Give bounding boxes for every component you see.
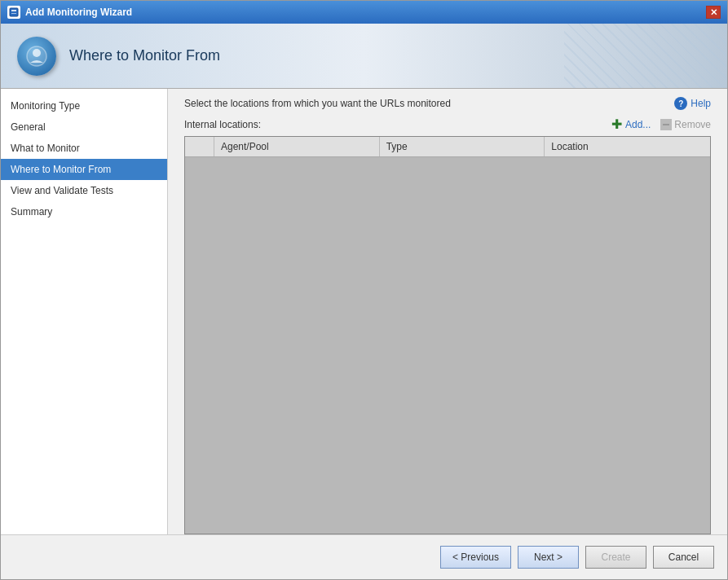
sidebar: Monitoring Type General What to Monitor … <box>1 89 168 534</box>
create-button[interactable]: Create <box>585 546 646 569</box>
window-title: Add Monitoring Wizard <box>25 7 132 18</box>
data-table: Agent/Pool Type Location <box>184 136 711 534</box>
sidebar-item-where-to-monitor[interactable]: Where to Monitor From <box>1 159 167 180</box>
sidebar-item-view-validate[interactable]: View and Validate Tests <box>1 180 167 201</box>
bottom-bar: < Previous Next > Create Cancel <box>1 534 727 579</box>
table-col-location: Location <box>545 137 710 156</box>
table-header: Agent/Pool Type Location <box>185 137 710 157</box>
svg-point-4 <box>33 49 41 57</box>
table-body <box>185 157 710 534</box>
add-button[interactable]: ✚ Add... <box>611 118 651 131</box>
wizard-header: Where to Monitor From <box>1 24 727 89</box>
title-bar: Add Monitoring Wizard ✕ <box>1 1 727 24</box>
svg-rect-1 <box>11 10 16 11</box>
instruction-text: Select the locations from which you want… <box>184 98 451 109</box>
content-header: Select the locations from which you want… <box>168 89 727 118</box>
table-actions: ✚ Add... Remove <box>611 118 711 131</box>
sidebar-item-monitoring-type[interactable]: Monitoring Type <box>1 95 167 116</box>
title-bar-icon <box>7 6 20 19</box>
svg-rect-0 <box>10 8 18 16</box>
next-button[interactable]: Next > <box>518 546 579 569</box>
wizard-body: Monitoring Type General What to Monitor … <box>1 89 727 534</box>
svg-rect-5 <box>663 124 669 125</box>
remove-button[interactable]: Remove <box>660 119 711 130</box>
close-button[interactable]: ✕ <box>706 6 721 19</box>
sidebar-item-summary[interactable]: Summary <box>1 201 167 222</box>
remove-icon <box>660 119 672 130</box>
internal-locations-label: Internal locations: <box>184 119 261 130</box>
sidebar-item-general[interactable]: General <box>1 116 167 138</box>
table-col-type: Type <box>380 137 545 156</box>
header-title: Where to Monitor From <box>69 47 220 64</box>
help-icon: ? <box>674 97 687 110</box>
help-link[interactable]: ? Help <box>674 97 711 110</box>
header-icon <box>17 37 56 76</box>
cancel-button[interactable]: Cancel <box>653 546 714 569</box>
table-col-checkbox <box>185 137 214 156</box>
internal-locations-section: Internal locations: ✚ Add... Remove <box>168 118 727 136</box>
wizard-window: Add Monitoring Wizard ✕ Where to Monitor… <box>0 0 728 580</box>
sidebar-item-what-to-monitor[interactable]: What to Monitor <box>1 138 167 159</box>
svg-rect-2 <box>11 13 16 14</box>
add-icon: ✚ <box>611 118 624 131</box>
previous-button[interactable]: < Previous <box>440 546 511 569</box>
wizard-content: Select the locations from which you want… <box>168 89 727 534</box>
table-col-agent-pool: Agent/Pool <box>214 137 380 156</box>
